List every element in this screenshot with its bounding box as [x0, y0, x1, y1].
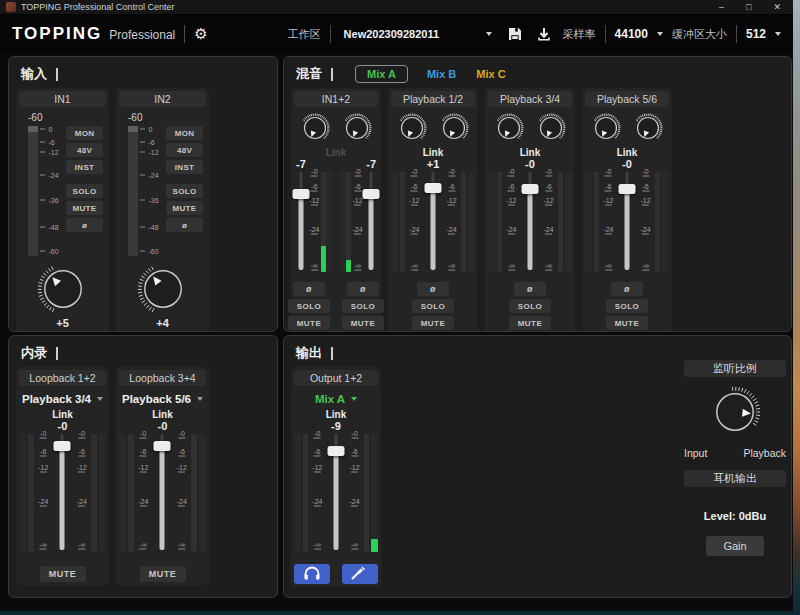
headphone-gain-button[interactable]: Gain — [706, 536, 763, 556]
level-meter — [497, 172, 503, 272]
pan-knob-right[interactable] — [633, 113, 663, 143]
mute-button[interactable]: MUTE — [66, 201, 103, 215]
mute-button[interactable]: MUTE — [412, 316, 454, 330]
pan-knob-left[interactable] — [300, 113, 330, 143]
input-channel-in1: IN1 -60 0-6-12-24-36-48-60 MON 48V INST … — [16, 88, 109, 332]
solo-button[interactable]: SOLO — [509, 299, 551, 313]
caret-down-icon[interactable] — [775, 32, 781, 36]
volume-fader[interactable] — [327, 434, 346, 552]
volume-fader[interactable] — [294, 172, 308, 272]
level-scale: -0-6-12-24-∞ — [174, 434, 189, 552]
sample-rate-value[interactable]: 44100 — [615, 27, 648, 41]
close-button[interactable]: ✕ — [773, 3, 781, 12]
solo-button[interactable]: SOLO — [606, 299, 648, 313]
monitor-button[interactable]: MON — [166, 126, 203, 140]
channel-header: Loopback 3+4 — [119, 370, 206, 386]
save-icon[interactable] — [505, 24, 525, 44]
headphone-output-button[interactable] — [294, 564, 330, 584]
level-meter — [28, 434, 34, 552]
tab-mix-b[interactable]: Mix B — [427, 68, 456, 80]
mute-button[interactable]: MUTE — [288, 316, 330, 330]
pan-knob-right[interactable] — [536, 113, 566, 143]
titlebar: TOPPING Professional Control Center – □ … — [0, 0, 793, 15]
volume-fader[interactable] — [53, 434, 73, 552]
level-meter — [662, 172, 669, 272]
level-meter — [327, 172, 333, 272]
gain-knob[interactable] — [37, 263, 89, 315]
source-select[interactable]: Playback 5/6 — [122, 391, 203, 406]
solo-button[interactable]: SOLO — [66, 184, 103, 198]
buffer-size-value[interactable]: 512 — [746, 27, 766, 41]
source-select[interactable]: Playback 3/4 — [22, 391, 103, 406]
title-bar-decor — [331, 347, 333, 360]
mix-channel-playback-1-2: Playback 1/2 Link +1 -0-6-12-24-∞ — [388, 88, 478, 332]
brand-name: TOPPING — [12, 24, 102, 44]
mute-button[interactable]: MUTE — [40, 566, 86, 582]
pan-knob-left[interactable] — [397, 113, 427, 143]
instrument-button[interactable]: INST — [166, 160, 203, 174]
maximize-button[interactable]: □ — [746, 3, 751, 12]
tab-mix-a[interactable]: Mix A — [355, 65, 408, 83]
level-meter — [191, 434, 197, 552]
fader-value: -0 — [585, 159, 669, 170]
line-output-button[interactable] — [342, 564, 378, 584]
mute-button[interactable]: MUTE — [606, 316, 648, 330]
pan-knob-right[interactable] — [439, 113, 469, 143]
solo-button[interactable]: SOLO — [288, 299, 330, 313]
loopback-panel-title: 内录 — [21, 344, 47, 362]
monitor-button[interactable]: MON — [66, 126, 103, 140]
tab-mix-c[interactable]: Mix C — [476, 68, 505, 80]
phase-button[interactable]: ø — [514, 282, 546, 296]
level-meter — [468, 172, 475, 272]
phase-button[interactable]: ø — [417, 282, 449, 296]
level-scale: -0-6-12-24-∞ — [136, 434, 151, 552]
solo-button[interactable]: SOLO — [412, 299, 454, 313]
monitor-input-label: Input — [684, 447, 707, 459]
phase-button[interactable]: ø — [347, 282, 379, 296]
mix-source-select[interactable]: Mix A — [315, 391, 357, 406]
mute-button[interactable]: MUTE — [166, 201, 203, 215]
pan-knob-right[interactable] — [342, 113, 372, 143]
level-meter — [119, 434, 126, 552]
level-meter — [128, 126, 138, 256]
level-meter — [565, 172, 572, 272]
export-icon[interactable] — [534, 24, 554, 44]
pan-knob-left[interactable] — [494, 113, 524, 143]
brand-logo: TOPPING Professional — [12, 24, 175, 44]
level-readout: -60 — [19, 112, 106, 123]
phase-button[interactable]: ø — [66, 218, 103, 232]
volume-fader[interactable] — [618, 172, 637, 272]
mix-panel-title: 混音 — [296, 65, 322, 83]
volume-fader[interactable] — [153, 434, 173, 552]
level-meter — [558, 172, 564, 272]
level-meter — [199, 434, 206, 552]
phase-button[interactable]: ø — [166, 218, 203, 232]
mute-button[interactable]: MUTE — [342, 316, 384, 330]
volume-fader[interactable] — [424, 172, 443, 272]
caret-down-icon — [97, 397, 103, 401]
link-toggle[interactable]: Link — [326, 147, 347, 159]
channel-header: Playback 5/6 — [585, 91, 669, 107]
level-scale: -0-6-12-24-∞ — [310, 434, 324, 552]
level-meter — [99, 434, 106, 552]
solo-button[interactable]: SOLO — [342, 299, 384, 313]
mute-button[interactable]: MUTE — [140, 566, 186, 582]
monitor-mix-knob[interactable] — [709, 386, 761, 438]
workspace-select[interactable]: New202309282011 — [340, 26, 496, 42]
gain-knob[interactable] — [137, 263, 189, 315]
pan-knob-left[interactable] — [591, 113, 621, 143]
settings-gear-icon[interactable]: ⚙ — [194, 27, 207, 42]
instrument-button[interactable]: INST — [66, 160, 103, 174]
volume-fader[interactable] — [521, 172, 540, 272]
level-meter — [346, 172, 351, 272]
minimize-button[interactable]: – — [719, 3, 724, 12]
volume-fader[interactable] — [364, 172, 378, 272]
caret-down-icon[interactable] — [657, 32, 663, 36]
level-meter — [400, 172, 406, 272]
solo-button[interactable]: SOLO — [166, 184, 203, 198]
phase-button[interactable]: ø — [611, 282, 643, 296]
phase-button[interactable]: ø — [293, 282, 325, 296]
mute-button[interactable]: MUTE — [509, 316, 551, 330]
phantom-48v-button[interactable]: 48V — [66, 143, 103, 157]
phantom-48v-button[interactable]: 48V — [166, 143, 203, 157]
